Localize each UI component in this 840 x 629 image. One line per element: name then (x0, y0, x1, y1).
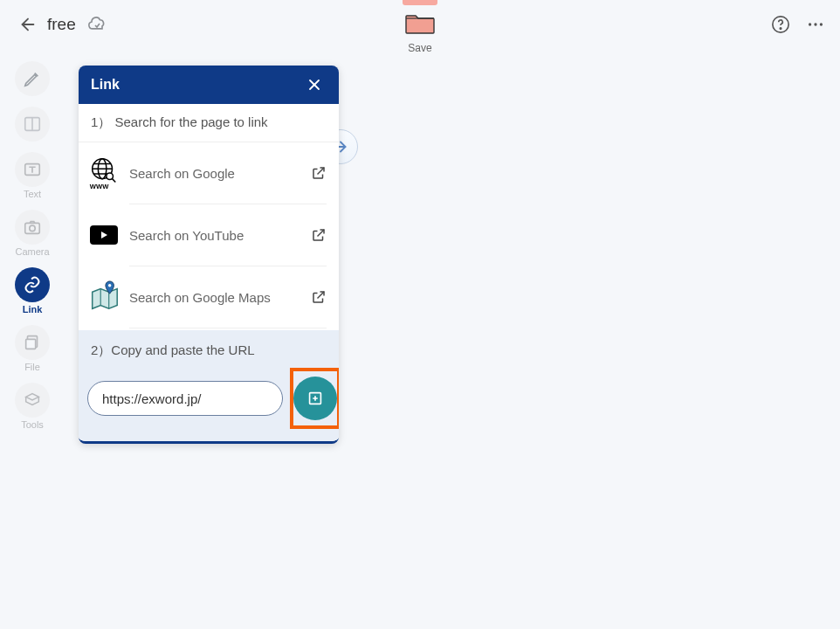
svg-line-22 (113, 179, 116, 183)
top-center-save[interactable]: Save (405, 5, 435, 54)
close-icon (306, 76, 323, 93)
top-bar: free Save (0, 0, 840, 49)
sidebar-item-camera[interactable]: Camera (10, 206, 54, 262)
text-label: Text (24, 189, 41, 199)
sidebar-item-text[interactable]: Text (10, 149, 54, 204)
back-arrow-icon (18, 15, 38, 34)
top-right-controls (770, 14, 826, 35)
popup-header: Link (79, 66, 339, 104)
svg-point-10 (30, 225, 35, 231)
svg-point-2 (780, 28, 781, 29)
left-toolbar: Text Camera Link File Tools (9, 58, 56, 435)
popup-section-url: 2）Copy and paste the URL (79, 330, 339, 441)
url-input[interactable] (87, 381, 283, 416)
open-external-maps[interactable] (309, 287, 328, 307)
link-label: Link (23, 304, 43, 314)
page-title: free (47, 15, 76, 34)
help-button[interactable] (770, 14, 791, 35)
layout-icon (23, 114, 42, 134)
youtube-icon (86, 217, 122, 253)
add-link-button[interactable] (293, 377, 337, 420)
save-label: Save (408, 42, 431, 54)
popup-section-search: 1） Search for the page to link WWW Searc… (79, 104, 339, 330)
add-to-collection-icon (306, 389, 325, 408)
close-button[interactable] (302, 73, 327, 97)
add-button-highlight (290, 368, 339, 429)
svg-rect-12 (26, 339, 36, 349)
back-button[interactable] (14, 10, 42, 38)
tools-label: Tools (21, 419, 44, 430)
step1-caption: 1） Search for the page to link (79, 104, 339, 142)
google-row-label: Search on Google (129, 166, 309, 181)
file-label: File (24, 362, 40, 372)
open-external-youtube[interactable] (309, 225, 328, 245)
open-external-google[interactable] (309, 163, 328, 183)
maps-row-label: Search on Google Maps (129, 290, 309, 305)
link-popup: Link 1） Search for the page to link WWW … (79, 66, 339, 444)
tools-icon (23, 391, 42, 410)
camera-icon (23, 218, 42, 237)
sidebar-item-layout[interactable] (10, 103, 54, 147)
svg-point-4 (814, 23, 816, 25)
www-globe-icon: WWW (86, 155, 122, 191)
popup-title: Link (91, 77, 120, 93)
svg-rect-9 (25, 223, 40, 233)
row-divider (129, 328, 327, 328)
search-row-maps[interactable]: Search on Google Maps (79, 266, 339, 328)
pink-tab-indicator (403, 0, 437, 5)
svg-marker-24 (101, 232, 107, 238)
svg-point-27 (108, 284, 111, 287)
file-icon (23, 333, 42, 352)
svg-point-21 (107, 173, 114, 180)
cloud-sync-icon[interactable] (86, 14, 107, 35)
svg-text:WWW: WWW (90, 183, 109, 190)
folder-icon (405, 10, 435, 38)
search-row-youtube[interactable]: Search on YouTube (79, 204, 339, 266)
map-pin-icon (86, 279, 122, 315)
camera-label: Camera (15, 246, 49, 257)
url-input-row (79, 368, 339, 429)
step2-caption: 2）Copy and paste the URL (79, 330, 339, 368)
sidebar-item-tools[interactable]: Tools (10, 379, 54, 435)
more-horizontal-icon (806, 15, 825, 34)
svg-point-3 (809, 23, 811, 25)
sidebar-item-pen[interactable] (10, 58, 54, 101)
external-link-icon (311, 289, 327, 305)
pen-icon (23, 69, 42, 88)
help-icon (771, 15, 790, 34)
text-icon (23, 160, 42, 179)
youtube-row-label: Search on YouTube (129, 228, 309, 243)
external-link-icon (311, 165, 327, 181)
more-button[interactable] (805, 14, 826, 35)
link-icon (23, 275, 42, 294)
sidebar-item-link[interactable]: Link (10, 264, 54, 320)
sidebar-item-file[interactable]: File (10, 321, 54, 377)
svg-point-5 (820, 23, 823, 25)
search-row-google[interactable]: WWW Search on Google (79, 142, 339, 204)
external-link-icon (311, 227, 327, 243)
